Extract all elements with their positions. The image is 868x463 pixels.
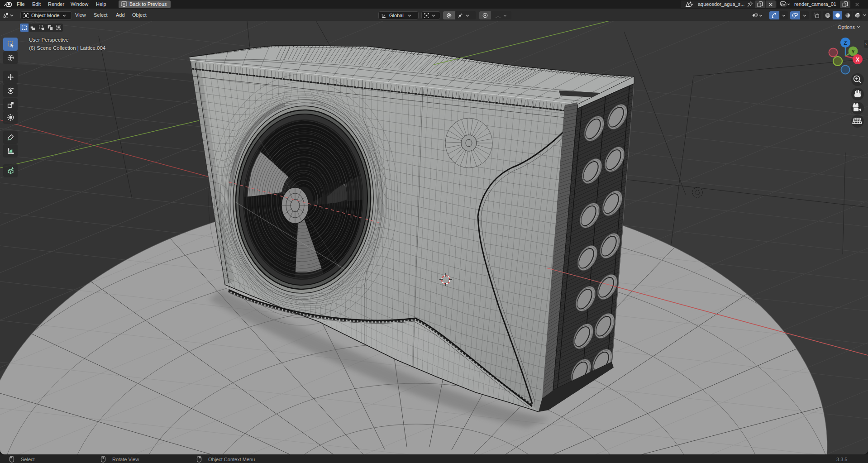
svg-text:X: X <box>856 57 859 63</box>
svg-text:Y: Y <box>851 49 855 54</box>
svg-text:Z: Z <box>844 40 847 46</box>
